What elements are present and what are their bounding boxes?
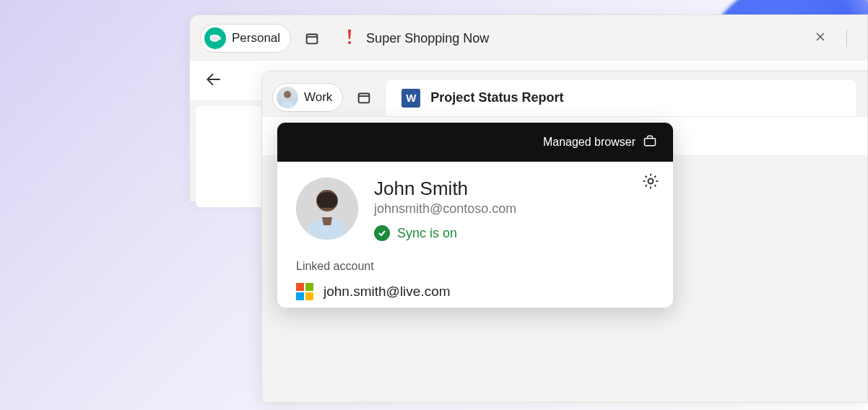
tab-actions-icon[interactable] (356, 90, 372, 105)
sync-status[interactable]: Sync is on (374, 225, 516, 241)
check-circle-icon (374, 225, 390, 241)
warning-icon (343, 28, 356, 49)
briefcase-icon (643, 134, 657, 151)
linked-account-email: john.smith@live.com (324, 284, 451, 300)
linked-account[interactable]: john.smith@live.com (296, 283, 654, 300)
svg-point-7 (284, 91, 291, 98)
tab-title: Project Status Report (430, 90, 563, 105)
tab-bar: Work W Project Status Report (262, 71, 867, 116)
close-tab-button[interactable] (810, 30, 830, 48)
microsoft-logo-icon (296, 283, 313, 300)
user-avatar-icon (277, 87, 298, 108)
profile-summary: John Smith johnsmith@contoso.com Sync is… (296, 178, 654, 241)
profile-info: John Smith johnsmith@contoso.com Sync is… (374, 178, 516, 241)
svg-point-11 (648, 179, 654, 184)
tab-divider (846, 30, 847, 47)
tab-bar: Personal Super Shopping Now (190, 15, 867, 60)
tab-title: Super Shopping Now (366, 31, 489, 46)
profile-label: Work (304, 90, 332, 105)
tab-actions-icon[interactable] (304, 30, 320, 46)
back-button[interactable] (204, 70, 223, 92)
profile-switcher-work[interactable]: Work (272, 83, 343, 112)
browser-tab[interactable]: Super Shopping Now (333, 28, 857, 49)
settings-button[interactable] (641, 172, 660, 193)
word-document-icon: W (402, 89, 420, 108)
profile-switcher-personal[interactable]: Personal (200, 24, 291, 53)
linked-account-label: Linked account (296, 260, 654, 273)
sync-status-text: Sync is on (397, 226, 457, 241)
svg-rect-10 (645, 139, 656, 146)
profile-flyout: Managed browser (277, 122, 674, 308)
user-avatar[interactable] (296, 178, 358, 240)
user-name: John Smith (374, 178, 516, 200)
browser-tab-active[interactable]: W Project Status Report (385, 79, 857, 116)
user-email: johnsmith@contoso.com (374, 201, 516, 217)
svg-point-3 (348, 41, 351, 44)
browser-window-work: Work W Project Status Report Managed bro… (261, 71, 868, 403)
svg-rect-8 (359, 94, 370, 103)
flyout-header: Managed browser (277, 123, 673, 162)
coffee-cup-icon (204, 27, 226, 49)
managed-browser-label: Managed browser (543, 136, 635, 149)
flyout-body: John Smith johnsmith@contoso.com Sync is… (277, 162, 673, 308)
profile-label: Personal (232, 31, 280, 45)
svg-rect-1 (307, 35, 318, 44)
